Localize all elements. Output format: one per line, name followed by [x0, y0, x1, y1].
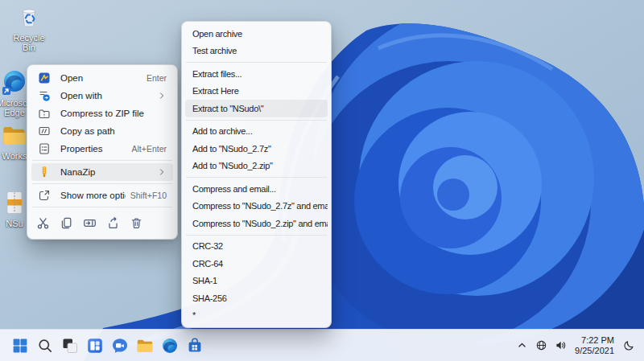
- submenu-item-label: Extract files...: [192, 69, 242, 79]
- chevron-up-icon: [516, 339, 528, 351]
- submenu-item-label: Compress to "NSudo_2.7z" and email: [192, 201, 328, 211]
- submenu-item-compress-to-nsudo-2-7z-and-email[interactable]: Compress to "NSudo_2.7z" and email: [185, 198, 328, 215]
- submenu-item-extract-to-nsudo[interactable]: Extract to "NSudo\": [185, 100, 328, 117]
- clock-time: 7:22 PM: [575, 335, 614, 346]
- submenu-item-open-archive[interactable]: Open archive: [185, 25, 328, 43]
- recycle-bin-icon: [15, 4, 43, 31]
- submenu-item-sha-1[interactable]: SHA-1: [185, 273, 328, 290]
- submenu-item-label: *: [192, 310, 196, 320]
- folder-icon: [1, 122, 28, 150]
- task-view-icon: [60, 336, 80, 355]
- network-button[interactable]: [534, 338, 548, 353]
- menu-item-open-with[interactable]: Open with: [31, 87, 173, 105]
- menu-separator: [32, 207, 172, 207]
- taskbar-clock[interactable]: 7:22 PM9/25/2021: [575, 335, 614, 356]
- menu-item-label: Copy as path: [60, 126, 167, 136]
- submenu-item-label: SHA-256: [192, 293, 227, 303]
- submenu-item-label: Extract Here: [192, 86, 239, 96]
- submenu-item-label: Add to "NSudo_2.zip": [192, 161, 273, 170]
- submenu-item-add-to-nsudo-2-7z[interactable]: Add to "NSudo_2.7z": [185, 140, 328, 158]
- menu-item-label: Open: [60, 73, 142, 83]
- search-button[interactable]: [35, 336, 55, 355]
- edge-icon: [160, 336, 180, 355]
- taskbar-buttons: [0, 336, 204, 355]
- submenu-item-label: Test archive: [192, 46, 237, 55]
- file-explorer-icon: [135, 336, 155, 355]
- nanazip-icon: [38, 166, 51, 178]
- submenu-item-add-to-nsudo-2-zip[interactable]: Add to "NSudo_2.zip": [185, 158, 328, 175]
- delete-icon: [130, 216, 143, 230]
- volume-icon: [555, 339, 567, 351]
- desktop-icon-label: NSu: [6, 219, 23, 228]
- taskbar: 7:22 PM9/25/2021: [0, 329, 644, 361]
- chat-icon: [110, 336, 130, 355]
- copy-icon: [60, 216, 73, 230]
- submenu-item-[interactable]: *: [185, 307, 328, 325]
- edge-button[interactable]: [160, 336, 180, 355]
- submenu-item-extract-files[interactable]: Extract files...: [185, 65, 328, 83]
- submenu-item-crc-64[interactable]: CRC-64: [185, 255, 328, 273]
- compress-zip-icon: [38, 107, 51, 120]
- share-button[interactable]: [101, 212, 125, 233]
- notification-center-button[interactable]: [621, 338, 636, 353]
- widgets-button[interactable]: [85, 336, 105, 355]
- submenu-item-crc-32[interactable]: CRC-32: [185, 238, 328, 256]
- menu-item-show-more-options[interactable]: Show more optionsShift+F10: [31, 187, 173, 204]
- hidden-icons-button[interactable]: [514, 338, 529, 353]
- submenu-item-label: CRC-32: [192, 241, 223, 251]
- share-icon: [106, 216, 120, 230]
- submenu-item-compress-and-email[interactable]: Compress and email...: [185, 180, 328, 198]
- submenu-item-compress-to-nsudo-2-zip-and-email[interactable]: Compress to "NSudo_2.zip" and email: [185, 215, 328, 232]
- menu-item-label: Properties: [60, 144, 127, 154]
- menu-separator: [32, 160, 172, 161]
- menu-item-shortcut: Alt+Enter: [132, 144, 167, 154]
- menu-item-properties[interactable]: PropertiesAlt+Enter: [31, 140, 173, 158]
- windows-desktop: Recycle BinMicrosoft EdgeWorksNSu OpenEn…: [0, 0, 644, 361]
- submenu-item-label: Compress and email...: [192, 184, 276, 194]
- moon-icon: [623, 339, 635, 351]
- rename-icon: [83, 216, 97, 230]
- chevron-right-icon: [157, 91, 167, 101]
- widgets-icon: [85, 336, 105, 355]
- menu-item-open[interactable]: OpenEnter: [31, 69, 173, 87]
- submenu-item-label: SHA-1: [192, 276, 217, 285]
- submenu-item-sha-256[interactable]: SHA-256: [185, 289, 328, 307]
- menu-item-label: Show more options: [60, 191, 126, 200]
- submenu-item-label: Add to "NSudo_2.7z": [192, 144, 271, 154]
- submenu-item-label: Compress to "NSudo_2.zip" and email: [192, 219, 328, 228]
- file-explorer-button[interactable]: [135, 336, 155, 355]
- submenu-item-add-to-archive[interactable]: Add to archive...: [185, 123, 328, 141]
- menu-item-shortcut: Enter: [147, 73, 167, 83]
- rename-button[interactable]: [78, 212, 101, 233]
- menu-item-compress-to-zip-file[interactable]: Compress to ZIP file: [31, 105, 173, 122]
- menu-separator: [186, 120, 327, 121]
- submenu-item-label: Extract to "NSudo\": [192, 104, 263, 113]
- start-button[interactable]: [10, 336, 30, 355]
- store-button[interactable]: [185, 336, 204, 355]
- task-view-button[interactable]: [60, 336, 80, 355]
- copy-button[interactable]: [55, 212, 78, 233]
- cut-icon: [36, 216, 50, 230]
- menu-item-nanazip[interactable]: NanaZip: [31, 163, 173, 181]
- chat-button[interactable]: [110, 336, 130, 355]
- desktop-icon-label: Recycle Bin: [10, 33, 47, 52]
- copy-path-icon: [38, 125, 51, 137]
- edge-shortcut-icon: [1, 69, 28, 96]
- menu-separator: [32, 183, 172, 184]
- desktop-icon-recycle-bin[interactable]: Recycle Bin: [10, 4, 47, 52]
- submenu-item-test-archive[interactable]: Test archive: [185, 43, 328, 60]
- show-more-icon: [38, 189, 51, 202]
- delete-button[interactable]: [125, 212, 148, 233]
- chevron-right-icon: [157, 167, 167, 177]
- nanazip-submenu: Open archiveTest archiveExtract files...…: [181, 21, 332, 328]
- submenu-item-label: Open archive: [192, 29, 242, 39]
- menu-item-label: Compress to ZIP file: [60, 109, 167, 118]
- cut-button[interactable]: [31, 212, 55, 233]
- menu-item-copy-as-path[interactable]: Copy as path: [31, 122, 173, 140]
- submenu-item-extract-here[interactable]: Extract Here: [185, 83, 328, 101]
- menu-separator: [186, 62, 327, 63]
- zip-file-icon: [1, 190, 28, 217]
- clipboard-action-bar: [31, 210, 173, 235]
- volume-button[interactable]: [553, 338, 568, 353]
- menu-separator: [186, 235, 327, 236]
